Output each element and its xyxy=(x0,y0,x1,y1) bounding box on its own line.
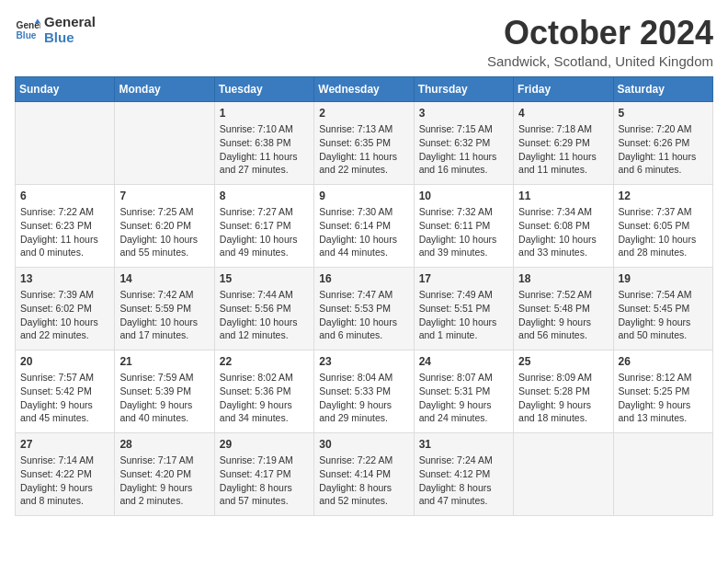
cell-line: Sunrise: 7:32 AM xyxy=(419,205,508,219)
cell-line: Daylight: 9 hours xyxy=(220,398,309,412)
cell-line: Sunset: 6:23 PM xyxy=(20,219,109,233)
week-row-5: 27Sunrise: 7:14 AMSunset: 4:22 PMDayligh… xyxy=(16,432,713,515)
cell-line: Sunrise: 7:59 AM xyxy=(119,371,209,385)
cell-line: Sunset: 6:26 PM xyxy=(619,136,708,150)
cell-line: and 27 minutes. xyxy=(220,163,309,177)
day-number: 30 xyxy=(319,437,408,453)
cell-line: Sunset: 5:53 PM xyxy=(319,302,408,316)
cell-line: and 22 minutes. xyxy=(319,163,408,177)
cell-line: Sunset: 6:29 PM xyxy=(518,136,608,150)
cell-line: Sunset: 6:20 PM xyxy=(119,219,209,233)
cell-line: Sunrise: 7:10 AM xyxy=(220,122,309,136)
day-number: 20 xyxy=(20,354,109,370)
day-number: 17 xyxy=(419,271,508,287)
day-number: 24 xyxy=(419,354,508,370)
cell-line: Daylight: 11 hours xyxy=(319,150,408,164)
cell-line: Daylight: 10 hours xyxy=(619,233,708,247)
cell-line: and 2 minutes. xyxy=(119,494,209,508)
cell-line: Sunrise: 7:52 AM xyxy=(518,288,608,302)
cell-line: Sunrise: 7:39 AM xyxy=(20,288,109,302)
page-title: October 2024 xyxy=(487,15,713,52)
cell-line: and 49 minutes. xyxy=(220,246,309,259)
calendar-cell: 30Sunrise: 7:22 AMSunset: 4:14 PMDayligh… xyxy=(314,432,414,515)
calendar-cell: 9Sunrise: 7:30 AMSunset: 6:14 PMDaylight… xyxy=(314,184,414,267)
cell-line: Sunrise: 7:34 AM xyxy=(518,205,608,219)
cell-line: Sunrise: 7:30 AM xyxy=(319,205,408,219)
cell-line: Sunset: 6:08 PM xyxy=(518,219,608,233)
header-cell-monday: Monday xyxy=(115,76,214,101)
header-row: SundayMondayTuesdayWednesdayThursdayFrid… xyxy=(16,76,713,101)
cell-line: and 40 minutes. xyxy=(119,411,209,425)
day-number: 26 xyxy=(619,354,708,370)
day-number: 15 xyxy=(220,271,309,287)
cell-line: Sunset: 5:36 PM xyxy=(220,385,309,398)
calendar-cell: 16Sunrise: 7:47 AMSunset: 5:53 PMDayligh… xyxy=(314,267,414,350)
cell-line: Daylight: 9 hours xyxy=(518,398,608,412)
cell-line: Daylight: 9 hours xyxy=(319,398,408,412)
cell-line: and 22 minutes. xyxy=(20,328,109,342)
cell-line: Sunrise: 7:27 AM xyxy=(220,205,309,219)
calendar-cell xyxy=(514,432,613,515)
calendar-cell: 23Sunrise: 8:04 AMSunset: 5:33 PMDayligh… xyxy=(314,350,414,432)
cell-line: Sunrise: 7:42 AM xyxy=(119,288,209,302)
cell-line: Sunrise: 7:18 AM xyxy=(518,122,608,136)
cell-line: Sunset: 5:51 PM xyxy=(419,302,508,316)
svg-text:Blue: Blue xyxy=(17,30,37,40)
calendar-cell: 27Sunrise: 7:14 AMSunset: 4:22 PMDayligh… xyxy=(16,432,115,515)
cell-line: and 6 minutes. xyxy=(319,328,408,342)
day-number: 8 xyxy=(220,189,309,204)
calendar-cell: 12Sunrise: 7:37 AMSunset: 6:05 PMDayligh… xyxy=(613,184,712,267)
cell-line: Daylight: 10 hours xyxy=(419,316,508,329)
calendar-cell xyxy=(16,101,115,184)
calendar-cell: 7Sunrise: 7:25 AMSunset: 6:20 PMDaylight… xyxy=(115,184,214,267)
cell-line: Sunrise: 8:12 AM xyxy=(619,371,708,385)
cell-line: and 18 minutes. xyxy=(518,411,608,425)
cell-line: and 44 minutes. xyxy=(319,246,408,259)
cell-line: Sunset: 4:22 PM xyxy=(20,467,109,481)
cell-line: Daylight: 9 hours xyxy=(20,481,109,495)
header-cell-friday: Friday xyxy=(514,76,613,101)
cell-line: Daylight: 11 hours xyxy=(220,150,309,164)
cell-line: and 0 minutes. xyxy=(20,246,109,259)
cell-line: Sunset: 4:14 PM xyxy=(319,467,408,481)
day-number: 1 xyxy=(220,106,309,121)
cell-line: Sunrise: 7:44 AM xyxy=(220,288,309,302)
cell-line: Daylight: 11 hours xyxy=(20,233,109,247)
cell-line: Sunset: 5:56 PM xyxy=(220,302,309,316)
day-number: 31 xyxy=(419,437,508,453)
cell-line: and 29 minutes. xyxy=(319,411,408,425)
cell-line: Sunrise: 8:09 AM xyxy=(518,371,608,385)
day-number: 13 xyxy=(20,271,109,287)
header-cell-wednesday: Wednesday xyxy=(314,76,414,101)
calendar-cell: 11Sunrise: 7:34 AMSunset: 6:08 PMDayligh… xyxy=(514,184,613,267)
cell-line: Sunrise: 7:57 AM xyxy=(20,371,109,385)
calendar-cell: 17Sunrise: 7:49 AMSunset: 5:51 PMDayligh… xyxy=(414,267,513,350)
cell-line: Sunset: 6:32 PM xyxy=(419,136,508,150)
calendar-cell: 6Sunrise: 7:22 AMSunset: 6:23 PMDaylight… xyxy=(16,184,115,267)
cell-line: Daylight: 9 hours xyxy=(518,316,608,329)
day-number: 7 xyxy=(119,189,209,204)
cell-line: Daylight: 9 hours xyxy=(20,398,109,412)
calendar-cell: 22Sunrise: 8:02 AMSunset: 5:36 PMDayligh… xyxy=(214,350,313,432)
cell-line: and 17 minutes. xyxy=(119,328,209,342)
cell-line: Sunset: 5:28 PM xyxy=(518,385,608,398)
cell-line: Daylight: 9 hours xyxy=(419,398,508,412)
cell-line: Daylight: 8 hours xyxy=(319,481,408,495)
cell-line: Sunset: 5:48 PM xyxy=(518,302,608,316)
day-number: 6 xyxy=(20,189,109,204)
calendar-cell: 20Sunrise: 7:57 AMSunset: 5:42 PMDayligh… xyxy=(16,350,115,432)
day-number: 22 xyxy=(220,354,309,370)
cell-line: and 13 minutes. xyxy=(619,411,708,425)
cell-line: Daylight: 10 hours xyxy=(220,316,309,329)
cell-line: Sunset: 4:17 PM xyxy=(220,467,309,481)
cell-line: and 56 minutes. xyxy=(518,328,608,342)
cell-line: Sunset: 5:39 PM xyxy=(119,385,209,398)
calendar-cell: 4Sunrise: 7:18 AMSunset: 6:29 PMDaylight… xyxy=(514,101,613,184)
day-number: 25 xyxy=(518,354,608,370)
calendar-cell: 1Sunrise: 7:10 AMSunset: 6:38 PMDaylight… xyxy=(214,101,313,184)
cell-line: and 45 minutes. xyxy=(20,411,109,425)
day-number: 9 xyxy=(319,189,408,204)
cell-line: Sunrise: 7:49 AM xyxy=(419,288,508,302)
cell-line: Sunrise: 7:17 AM xyxy=(119,454,209,467)
cell-line: and 55 minutes. xyxy=(119,246,209,259)
